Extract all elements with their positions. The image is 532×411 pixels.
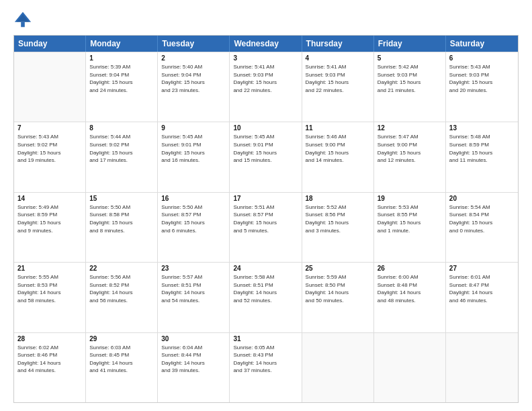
cell-info: Sunrise: 5:57 AM Sunset: 8:51 PM Dayligh… <box>161 273 226 304</box>
day-number: 13 <box>449 124 515 132</box>
cell-info: Sunrise: 5:47 AM Sunset: 9:00 PM Dayligh… <box>378 133 442 164</box>
header-day-wednesday: Wednesday <box>230 36 302 52</box>
cell-info: Sunrise: 5:50 AM Sunset: 8:58 PM Dayligh… <box>89 203 154 234</box>
cell-info: Sunrise: 6:05 AM Sunset: 8:43 PM Dayligh… <box>233 344 298 375</box>
calendar-cell: 7Sunrise: 5:43 AM Sunset: 9:02 PM Daylig… <box>14 122 86 191</box>
calendar-body: 1Sunrise: 5:39 AM Sunset: 9:04 PM Daylig… <box>14 52 518 402</box>
calendar-cell: 1Sunrise: 5:39 AM Sunset: 9:04 PM Daylig… <box>86 52 158 122</box>
day-number: 4 <box>306 54 370 62</box>
cell-info: Sunrise: 5:48 AM Sunset: 8:59 PM Dayligh… <box>449 133 515 164</box>
calendar-cell: 19Sunrise: 5:53 AM Sunset: 8:55 PM Dayli… <box>374 193 446 262</box>
calendar-cell: 17Sunrise: 5:51 AM Sunset: 8:57 PM Dayli… <box>230 193 302 262</box>
cell-info: Sunrise: 6:00 AM Sunset: 8:48 PM Dayligh… <box>378 273 442 304</box>
cell-info: Sunrise: 5:39 AM Sunset: 9:04 PM Dayligh… <box>89 63 154 94</box>
calendar-cell: 20Sunrise: 5:54 AM Sunset: 8:54 PM Dayli… <box>446 193 518 262</box>
cell-info: Sunrise: 5:41 AM Sunset: 9:03 PM Dayligh… <box>306 63 370 94</box>
calendar-cell <box>302 333 374 402</box>
header-day-sunday: Sunday <box>14 36 86 52</box>
day-number: 18 <box>306 195 370 202</box>
cell-info: Sunrise: 5:43 AM Sunset: 9:03 PM Dayligh… <box>449 63 515 94</box>
day-number: 17 <box>233 195 298 202</box>
calendar-cell: 28Sunrise: 6:02 AM Sunset: 8:46 PM Dayli… <box>14 333 86 402</box>
calendar-cell: 30Sunrise: 6:04 AM Sunset: 8:44 PM Dayli… <box>158 333 230 402</box>
cell-info: Sunrise: 5:45 AM Sunset: 9:01 PM Dayligh… <box>161 133 226 164</box>
day-number: 7 <box>17 124 82 132</box>
calendar-cell: 27Sunrise: 6:01 AM Sunset: 8:47 PM Dayli… <box>446 263 518 332</box>
cell-info: Sunrise: 6:02 AM Sunset: 8:46 PM Dayligh… <box>17 344 82 375</box>
day-number: 30 <box>161 335 226 342</box>
calendar-cell: 23Sunrise: 5:57 AM Sunset: 8:51 PM Dayli… <box>158 263 230 332</box>
calendar-row-2: 14Sunrise: 5:49 AM Sunset: 8:59 PM Dayli… <box>14 192 518 262</box>
cell-info: Sunrise: 5:58 AM Sunset: 8:51 PM Dayligh… <box>233 273 298 304</box>
day-number: 12 <box>378 124 442 132</box>
calendar-cell: 22Sunrise: 5:56 AM Sunset: 8:52 PM Dayli… <box>86 263 158 332</box>
header-day-thursday: Thursday <box>302 36 374 52</box>
cell-info: Sunrise: 5:51 AM Sunset: 8:57 PM Dayligh… <box>233 203 298 234</box>
calendar-row-0: 1Sunrise: 5:39 AM Sunset: 9:04 PM Daylig… <box>14 52 518 122</box>
day-number: 25 <box>306 265 370 272</box>
day-number: 10 <box>233 124 298 132</box>
cell-info: Sunrise: 6:03 AM Sunset: 8:45 PM Dayligh… <box>89 344 154 375</box>
day-number: 20 <box>449 195 515 202</box>
calendar-cell: 6Sunrise: 5:43 AM Sunset: 9:03 PM Daylig… <box>446 52 518 122</box>
calendar-cell: 10Sunrise: 5:45 AM Sunset: 9:01 PM Dayli… <box>230 122 302 191</box>
day-number: 29 <box>89 335 154 342</box>
cell-info: Sunrise: 5:44 AM Sunset: 9:02 PM Dayligh… <box>89 133 154 164</box>
cell-info: Sunrise: 5:41 AM Sunset: 9:03 PM Dayligh… <box>233 63 298 94</box>
calendar-cell: 8Sunrise: 5:44 AM Sunset: 9:02 PM Daylig… <box>86 122 158 191</box>
cell-info: Sunrise: 5:40 AM Sunset: 9:04 PM Dayligh… <box>161 63 226 94</box>
calendar-cell: 29Sunrise: 6:03 AM Sunset: 8:45 PM Dayli… <box>86 333 158 402</box>
day-number: 22 <box>89 265 154 272</box>
calendar: SundayMondayTuesdayWednesdayThursdayFrid… <box>13 35 519 403</box>
calendar-cell <box>14 52 86 122</box>
calendar-cell: 9Sunrise: 5:45 AM Sunset: 9:01 PM Daylig… <box>158 122 230 191</box>
cell-info: Sunrise: 5:43 AM Sunset: 9:02 PM Dayligh… <box>17 133 82 164</box>
calendar-row-4: 28Sunrise: 6:02 AM Sunset: 8:46 PM Dayli… <box>14 332 518 402</box>
day-number: 28 <box>17 335 82 342</box>
calendar-cell: 25Sunrise: 5:59 AM Sunset: 8:50 PM Dayli… <box>302 263 374 332</box>
calendar-cell: 24Sunrise: 5:58 AM Sunset: 8:51 PM Dayli… <box>230 263 302 332</box>
logo-icon <box>13 11 32 30</box>
calendar-cell: 31Sunrise: 6:05 AM Sunset: 8:43 PM Dayli… <box>230 333 302 402</box>
calendar-cell <box>374 333 446 402</box>
cell-info: Sunrise: 5:56 AM Sunset: 8:52 PM Dayligh… <box>89 273 154 304</box>
day-number: 9 <box>161 124 226 132</box>
header-day-tuesday: Tuesday <box>158 36 230 52</box>
cell-info: Sunrise: 5:42 AM Sunset: 9:03 PM Dayligh… <box>378 63 442 94</box>
calendar-cell: 14Sunrise: 5:49 AM Sunset: 8:59 PM Dayli… <box>14 193 86 262</box>
day-number: 31 <box>233 335 298 342</box>
day-number: 24 <box>233 265 298 272</box>
cell-info: Sunrise: 6:01 AM Sunset: 8:47 PM Dayligh… <box>449 273 515 304</box>
calendar-header: SundayMondayTuesdayWednesdayThursdayFrid… <box>14 36 518 52</box>
calendar-cell: 12Sunrise: 5:47 AM Sunset: 9:00 PM Dayli… <box>374 122 446 191</box>
calendar-cell: 21Sunrise: 5:55 AM Sunset: 8:53 PM Dayli… <box>14 263 86 332</box>
header-day-friday: Friday <box>374 36 446 52</box>
day-number: 15 <box>89 195 154 202</box>
header-day-monday: Monday <box>86 36 158 52</box>
calendar-cell: 2Sunrise: 5:40 AM Sunset: 9:04 PM Daylig… <box>158 52 230 122</box>
calendar-row-3: 21Sunrise: 5:55 AM Sunset: 8:53 PM Dayli… <box>14 262 518 332</box>
cell-info: Sunrise: 5:59 AM Sunset: 8:50 PM Dayligh… <box>306 273 370 304</box>
day-number: 23 <box>161 265 226 272</box>
cell-info: Sunrise: 5:50 AM Sunset: 8:57 PM Dayligh… <box>161 203 226 234</box>
day-number: 21 <box>17 265 82 272</box>
day-number: 11 <box>306 124 370 132</box>
calendar-row-1: 7Sunrise: 5:43 AM Sunset: 9:02 PM Daylig… <box>14 122 518 191</box>
page: SundayMondayTuesdayWednesdayThursdayFrid… <box>0 0 532 411</box>
day-number: 8 <box>89 124 154 132</box>
day-number: 5 <box>378 54 442 62</box>
day-number: 16 <box>161 195 226 202</box>
cell-info: Sunrise: 5:45 AM Sunset: 9:01 PM Dayligh… <box>233 133 298 164</box>
day-number: 6 <box>449 54 515 62</box>
calendar-cell: 15Sunrise: 5:50 AM Sunset: 8:58 PM Dayli… <box>86 193 158 262</box>
day-number: 19 <box>378 195 442 202</box>
day-number: 26 <box>378 265 442 272</box>
calendar-cell <box>446 333 518 402</box>
day-number: 2 <box>161 54 226 62</box>
calendar-cell: 11Sunrise: 5:46 AM Sunset: 9:00 PM Dayli… <box>302 122 374 191</box>
calendar-cell: 3Sunrise: 5:41 AM Sunset: 9:03 PM Daylig… <box>230 52 302 122</box>
calendar-cell: 16Sunrise: 5:50 AM Sunset: 8:57 PM Dayli… <box>158 193 230 262</box>
calendar-cell: 4Sunrise: 5:41 AM Sunset: 9:03 PM Daylig… <box>302 52 374 122</box>
day-number: 14 <box>17 195 82 202</box>
cell-info: Sunrise: 5:49 AM Sunset: 8:59 PM Dayligh… <box>17 203 82 234</box>
